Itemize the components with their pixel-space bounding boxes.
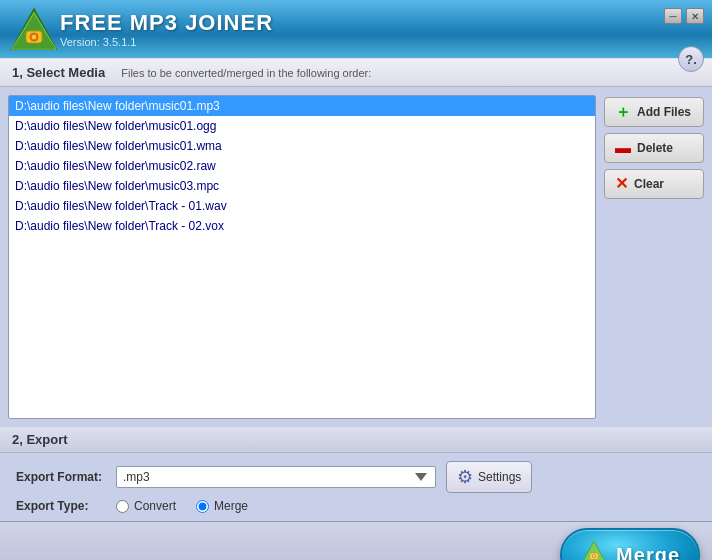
bottom-bar: Merge [0,521,712,560]
merge-icon [580,538,608,560]
settings-button[interactable]: ⚙ Settings [446,461,532,493]
merge-radio-label[interactable]: Merge [196,499,248,513]
type-label: Export Type: [16,499,106,513]
merge-button[interactable]: Merge [560,528,700,560]
merge-radio[interactable] [196,500,209,513]
export-type-group: Convert Merge [116,499,248,513]
section2-header: 2, Export [0,427,712,453]
add-files-button[interactable]: ＋ Add Files [604,97,704,127]
app-title-group: FREE MP3 JOINER Version: 3.5.1.1 [60,10,273,48]
title-bar: FREE MP3 JOINER Version: 3.5.1.1 ─ ✕ ?. [0,0,712,58]
clear-label: Clear [634,177,664,191]
convert-radio-label[interactable]: Convert [116,499,176,513]
close-button[interactable]: ✕ [686,8,704,24]
help-button[interactable]: ?. [678,46,704,72]
svg-point-8 [593,555,595,557]
type-row: Export Type: Convert Merge [16,499,696,513]
delete-label: Delete [637,141,673,155]
action-buttons: ＋ Add Files ▬ Delete ✕ Clear [604,95,704,419]
window-controls: ─ ✕ [664,8,704,24]
add-icon: ＋ [615,104,631,120]
list-item[interactable]: D:\audio files\New folder\music01.mp3 [9,96,595,116]
app-version: Version: 3.5.1.1 [60,36,273,48]
app-logo [8,5,60,53]
file-list[interactable]: D:\audio files\New folder\music01.mp3D:\… [8,95,596,419]
list-item[interactable]: D:\audio files\New folder\Track - 02.vox [9,216,595,236]
delete-button[interactable]: ▬ Delete [604,133,704,163]
merge-button-text: Merge [616,544,680,561]
app-name: FREE MP3 JOINER [60,10,273,36]
add-files-label: Add Files [637,105,691,119]
list-item[interactable]: D:\audio files\New folder\music03.mpc [9,176,595,196]
clear-button[interactable]: ✕ Clear [604,169,704,199]
list-item[interactable]: D:\audio files\New folder\Track - 01.wav [9,196,595,216]
gear-icon: ⚙ [457,466,473,488]
list-item[interactable]: D:\audio files\New folder\music01.ogg [9,116,595,136]
export-fields: Export Format: .mp3.wav.ogg.wma.aac.flac… [0,453,712,521]
format-row: Export Format: .mp3.wav.ogg.wma.aac.flac… [16,461,696,493]
format-select[interactable]: .mp3.wav.ogg.wma.aac.flac [116,466,436,488]
section1-description: Files to be converted/merged in the foll… [121,67,371,79]
convert-label: Convert [134,499,176,513]
delete-icon: ▬ [615,140,631,156]
minimize-button[interactable]: ─ [664,8,682,24]
main-content: D:\audio files\New folder\music01.mp3D:\… [0,87,712,427]
list-item[interactable]: D:\audio files\New folder\music02.raw [9,156,595,176]
list-item[interactable]: D:\audio files\New folder\music01.wma [9,136,595,156]
svg-point-4 [32,35,36,39]
convert-radio[interactable] [116,500,129,513]
clear-icon: ✕ [615,176,628,192]
section1-label: 1, Select Media [12,65,105,80]
merge-label: Merge [214,499,248,513]
section2-label: 2, Export [12,432,68,447]
format-label: Export Format: [16,470,106,484]
section1-header: 1, Select Media Files to be converted/me… [0,58,712,87]
settings-label: Settings [478,470,521,484]
